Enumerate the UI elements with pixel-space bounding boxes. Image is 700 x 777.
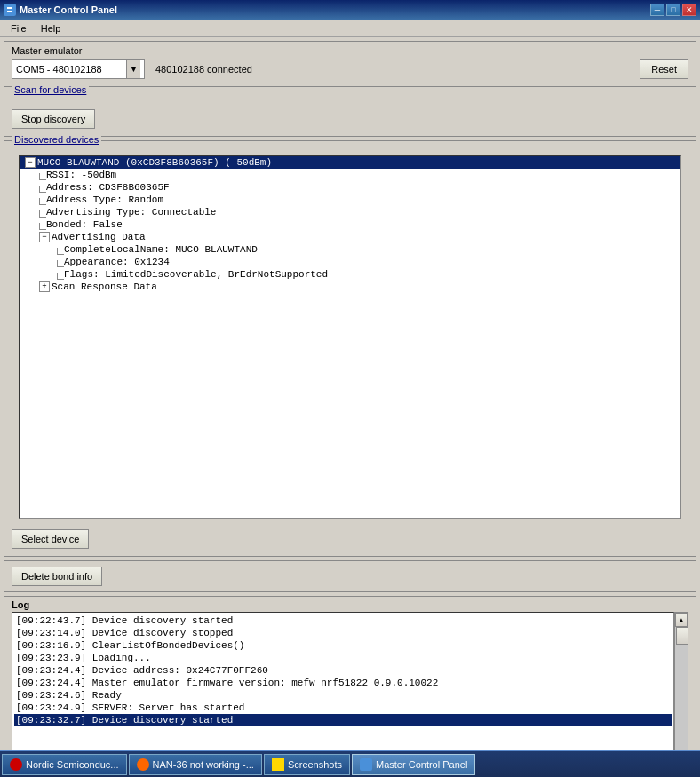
window-title: Master Control Panel <box>20 4 117 15</box>
reset-button[interactable]: Reset <box>640 59 688 79</box>
advertising-data-label: Advertising Data <box>52 232 146 242</box>
taskbar-nordic[interactable]: Nordic Semiconduc... <box>2 754 127 775</box>
device-bonded-item: Bonded: False <box>20 218 680 231</box>
mcp-icon <box>360 758 372 771</box>
advertising-data-expand-icon[interactable]: − <box>39 232 50 242</box>
dropdown-arrow-icon[interactable]: ▼ <box>126 60 140 78</box>
title-bar: Master Control Panel ─ □ ✕ <box>0 0 700 20</box>
title-bar-buttons: ─ □ ✕ <box>650 4 696 16</box>
taskbar-firefox-label: NAN-36 not working -... <box>153 759 254 770</box>
log-entry: [09:22:43.7] Device discovery started <box>14 614 672 627</box>
minimize-button[interactable]: ─ <box>650 4 664 16</box>
taskbar-mcp-label: Master Control Panel <box>376 759 467 770</box>
taskbar-nordic-label: Nordic Semiconduc... <box>26 759 119 770</box>
complete-name: CompleteLocalName: MUCO-BLAUWTAND <box>64 244 258 255</box>
delete-bond-button[interactable]: Delete bond info <box>12 567 102 586</box>
scroll-up-button[interactable]: ▲ <box>675 613 688 627</box>
device-address-type: Address Type: Random <box>46 194 163 205</box>
svg-rect-0 <box>5 5 14 14</box>
log-entry: [09:23:24.9] SERVER: Server has started <box>14 702 672 714</box>
close-button[interactable]: ✕ <box>682 4 696 16</box>
com-port-select[interactable]: COM5 - 480102188 ▼ <box>12 59 145 79</box>
svg-rect-1 <box>7 7 12 9</box>
menu-file[interactable]: File <box>4 21 34 36</box>
device-advertising-type-item: Advertising Type: Connectable <box>20 206 680 218</box>
log-entry: [09:23:24.6] Ready <box>14 689 672 702</box>
discovered-devices-section: Discovered devices − MUCO-BLAUWTAND (0xC… <box>4 140 696 557</box>
flags: Flags: LimitedDiscoverable, BrEdrNotSupp… <box>64 269 328 280</box>
scan-section: Scan for devices Stop discovery <box>4 91 696 137</box>
device-rssi-item: RSSI: -50dBm <box>20 169 680 181</box>
device-name: MUCO-BLAUWTAND (0xCD3F8B60365F) (-50dBm) <box>37 157 272 168</box>
log-entry: [09:23:16.9] ClearListOfBondedDevices() <box>14 639 672 652</box>
taskbar-firefox[interactable]: NAN-36 not working -... <box>129 754 262 775</box>
log-entry: [09:23:23.9] Loading... <box>14 652 672 664</box>
log-entry: [09:23:32.7] Device discovery started <box>14 714 672 726</box>
log-entry: [09:23:24.4] Device address: 0x24C77F0FF… <box>14 664 672 677</box>
select-device-button[interactable]: Select device <box>12 529 89 549</box>
device-rssi: RSSI: -50dBm <box>46 170 116 180</box>
stop-discovery-button[interactable]: Stop discovery <box>12 109 95 129</box>
appearance: Appearance: 0x1234 <box>64 257 170 267</box>
log-scroll-container: [09:22:43.7] Device discovery started[09… <box>12 612 688 769</box>
log-entry: [09:23:14.0] Device discovery stopped <box>14 627 672 639</box>
scan-section-title[interactable]: Scan for devices <box>12 84 89 95</box>
advertising-data-item[interactable]: − Advertising Data <box>20 231 680 243</box>
scroll-track <box>675 627 688 754</box>
menu-bar: File Help <box>0 20 700 37</box>
master-emulator-section: Master emulator COM5 - 480102188 ▼ 48010… <box>4 41 696 87</box>
appearance-item: Appearance: 0x1234 <box>20 256 680 268</box>
scan-response-data: Scan Response Data <box>52 281 157 292</box>
flags-item: Flags: LimitedDiscoverable, BrEdrNotSupp… <box>20 268 680 281</box>
main-window: Master emulator COM5 - 480102188 ▼ 48010… <box>0 37 700 777</box>
device-root-item[interactable]: − MUCO-BLAUWTAND (0xCD3F8B60365F) (-50dB… <box>20 156 680 169</box>
discovered-devices-title: Discovered devices <box>12 134 101 145</box>
log-scrollbar[interactable]: ▲ ▼ <box>674 612 688 769</box>
nordic-icon <box>10 758 22 771</box>
firefox-icon <box>137 758 149 771</box>
taskbar: Nordic Semiconduc... NAN-36 not working … <box>0 750 700 777</box>
app-icon <box>4 4 16 16</box>
menu-help[interactable]: Help <box>34 21 68 36</box>
scroll-thumb[interactable] <box>676 627 688 645</box>
connection-status: 480102188 connected <box>155 64 252 75</box>
device-advertising-type: Advertising Type: Connectable <box>46 207 216 218</box>
devices-tree[interactable]: − MUCO-BLAUWTAND (0xCD3F8B60365F) (-50dB… <box>19 155 681 519</box>
taskbar-screenshots[interactable]: Screenshots <box>264 754 350 775</box>
scan-response-expand-icon[interactable]: + <box>39 281 50 292</box>
log-section: Log [09:22:43.7] Device discovery starte… <box>4 596 696 773</box>
log-header: Log <box>4 597 696 610</box>
device-address-item: Address: CD3F8B60365F <box>20 181 680 194</box>
device-address: Address: CD3F8B60365F <box>46 182 170 193</box>
bond-section: Delete bond info <box>4 560 696 592</box>
taskbar-mcp[interactable]: Master Control Panel <box>352 754 475 775</box>
title-bar-left: Master Control Panel <box>4 4 117 16</box>
log-content[interactable]: [09:22:43.7] Device discovery started[09… <box>12 612 674 769</box>
master-emulator-label: Master emulator <box>12 45 688 56</box>
master-emulator-row: COM5 - 480102188 ▼ 480102188 connected R… <box>12 59 688 79</box>
device-address-type-item: Address Type: Random <box>20 194 680 206</box>
log-title: Log <box>12 599 29 610</box>
com-port-value: COM5 - 480102188 <box>16 64 102 75</box>
folder-icon <box>272 758 284 771</box>
svg-rect-2 <box>7 11 12 12</box>
complete-name-item: CompleteLocalName: MUCO-BLAUWTAND <box>20 243 680 256</box>
log-entry: [09:23:24.4] Master emulator firmware ve… <box>14 677 672 689</box>
scan-section-body: Stop discovery <box>4 102 696 136</box>
maximize-button[interactable]: □ <box>666 4 680 16</box>
scan-response-data-item[interactable]: + Scan Response Data <box>20 281 680 293</box>
device-bonded: Bonded: False <box>46 219 123 230</box>
taskbar-screenshots-label: Screenshots <box>288 759 342 770</box>
device-expand-icon[interactable]: − <box>25 157 36 168</box>
devices-footer: Select device <box>4 526 696 556</box>
